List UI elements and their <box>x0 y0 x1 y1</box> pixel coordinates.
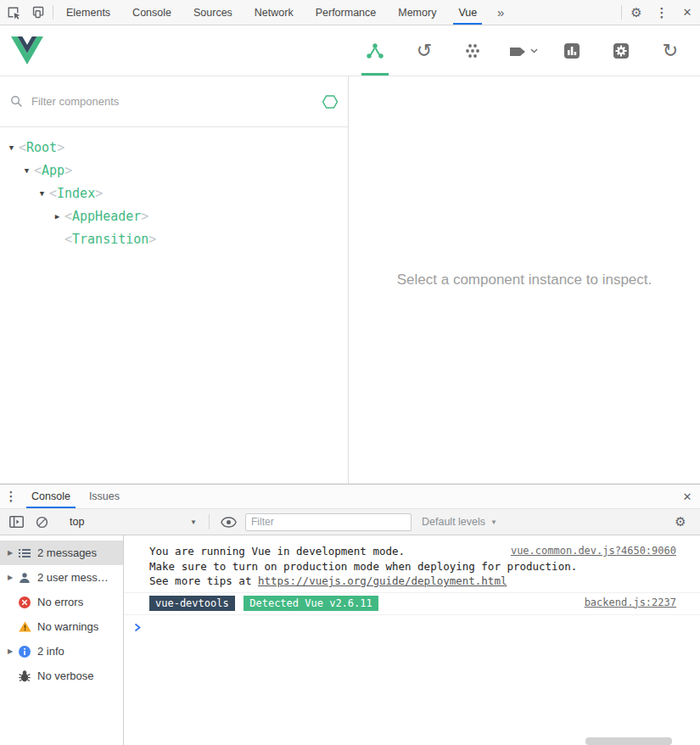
console-settings-gear-icon[interactable]: ⚙ <box>668 514 693 529</box>
vue-toolbar-tabs: ↺ <box>350 25 695 76</box>
component-name: Root <box>26 140 57 155</box>
component-tree-pane: ▼ Root ▼ App ▼ Index ▶ AppHeader ▶ Tra <box>0 76 349 484</box>
vue-logo-glyph <box>11 36 43 64</box>
log-levels-dropdown[interactable]: Default levels ▼ <box>418 516 501 528</box>
vuex-icon[interactable] <box>449 25 498 76</box>
tab-label: Issues <box>89 490 120 502</box>
filter-components-input[interactable] <box>31 95 322 108</box>
console-sidebar-item-warnings[interactable]: ▶ No warnings <box>0 614 123 639</box>
tab-elements[interactable]: Elements <box>55 0 121 25</box>
console-sidebar-item-messages[interactable]: ▶ 2 messages <box>0 541 123 565</box>
component-inspector-pane: Select a component instance to inspect. <box>349 76 700 484</box>
tab-performance[interactable]: Performance <box>305 0 388 25</box>
component-tag: Root <box>19 140 64 155</box>
horizontal-scrollbar-thumb[interactable] <box>585 737 672 745</box>
inspect-element-glyph <box>6 5 20 20</box>
sidebar-item-label: 2 messages <box>37 546 97 559</box>
message-source-link[interactable]: backend.js:2237 <box>585 597 676 608</box>
search-icon <box>10 95 23 108</box>
chevron-right-icon[interactable]: ▶ <box>4 549 16 557</box>
console-drawer: ⋮ Console Issues ✕ top <box>0 484 700 745</box>
console-sidebar-item-errors[interactable]: ▶ No errors <box>0 590 123 614</box>
console-sidebar-item-info[interactable]: ▶ 2 info <box>0 639 123 664</box>
console-sidebar-item-user-messages[interactable]: ▶ 2 user mess… <box>0 565 123 590</box>
message-line: See more tips at https://vuejs.org/guide… <box>149 574 676 589</box>
tab-drawer-issues[interactable]: Issues <box>80 485 129 508</box>
vue-devtools-toolbar: ↺ <box>0 25 700 76</box>
console-filter-input[interactable] <box>245 513 412 531</box>
console-message-dev-mode: vue.common.dev.js?4650:9060 You are runn… <box>124 541 700 593</box>
settings-gear-icon[interactable]: ⚙ <box>624 0 649 25</box>
performance-icon[interactable] <box>547 25 596 76</box>
sidebar-item-label: 2 user mess… <box>37 571 109 584</box>
sidebar-item-label: No warnings <box>37 620 98 633</box>
collapse-arrow-icon[interactable]: ▶ <box>50 212 64 221</box>
tab-console[interactable]: Console <box>121 0 182 25</box>
component-tag: Index <box>49 186 103 201</box>
tree-node-root[interactable]: ▼ Root <box>0 136 348 159</box>
console-message-vue-detected: backend.js:2237 vue-devtools Detected Vu… <box>124 593 700 615</box>
tab-label: Performance <box>316 7 377 19</box>
vuex-glyph <box>464 42 483 59</box>
context-label: top <box>70 516 84 528</box>
drawer-menu-icon[interactable]: ⋮ <box>0 485 22 508</box>
tree-node-app[interactable]: ▼ App <box>0 159 348 182</box>
tabbar-spacer <box>513 0 619 25</box>
console-body: ▶ 2 messages ▶ 2 user mess… ▶ <box>0 535 700 745</box>
refresh-icon[interactable]: ↻ <box>646 25 695 76</box>
select-component-icon[interactable] <box>322 94 338 109</box>
components-glyph <box>366 42 384 59</box>
console-toolbar: top ▼ Default levels ▼ ⚙ <box>0 509 700 535</box>
tab-sources[interactable]: Sources <box>182 0 244 25</box>
chevron-right-icon[interactable]: ▶ <box>4 574 16 581</box>
close-drawer-icon[interactable]: ✕ <box>675 485 700 508</box>
expand-arrow-icon[interactable]: ▼ <box>35 189 49 198</box>
toggle-device-toolbar-icon[interactable] <box>25 0 51 25</box>
expand-arrow-icon[interactable]: ▼ <box>4 143 19 152</box>
component-tag: Transition <box>64 232 156 247</box>
tree-node-transition[interactable]: ▶ Transition <box>0 227 348 250</box>
inspect-element-icon[interactable] <box>0 0 25 25</box>
sidebar-item-label: No verbose <box>37 669 93 682</box>
divider <box>621 5 622 20</box>
more-tabs-icon[interactable]: » <box>488 0 513 25</box>
deployment-guide-link[interactable]: https://vuejs.org/guide/deployment.html <box>258 574 507 587</box>
vue-settings-icon[interactable] <box>596 25 646 76</box>
tab-vue[interactable]: Vue <box>447 0 488 25</box>
tab-drawer-console[interactable]: Console <box>22 485 80 508</box>
javascript-context-selector[interactable]: top ▼ <box>66 516 200 528</box>
vue-logo <box>11 36 43 64</box>
component-inspector-empty-state: Select a component instance to inspect. <box>397 272 652 288</box>
tree-node-appheader[interactable]: ▶ AppHeader <box>0 204 348 227</box>
message-source-link[interactable]: vue.common.dev.js?4650:9060 <box>511 545 676 557</box>
sidebar-toggle-glyph <box>9 516 24 528</box>
kebab-menu-icon[interactable]: ⋮ <box>649 0 675 25</box>
create-live-expression-icon[interactable] <box>218 517 238 528</box>
message-text: You are running Vue in development mode. <box>149 545 405 557</box>
console-sidebar-item-verbose[interactable]: ▶ No verbose <box>0 664 123 688</box>
device-toolbar-glyph <box>31 5 46 20</box>
clear-console-icon[interactable] <box>32 516 51 529</box>
console-prompt[interactable] <box>124 615 700 636</box>
component-tree: ▼ Root ▼ App ▼ Index ▶ AppHeader ▶ Tra <box>0 127 348 250</box>
chevron-down-icon <box>530 48 538 53</box>
component-tag: AppHeader <box>64 209 148 224</box>
user-icon <box>16 572 33 584</box>
close-devtools-icon[interactable]: ✕ <box>675 0 700 25</box>
component-name: Transition <box>72 232 148 247</box>
chevron-right-icon[interactable]: ▶ <box>4 647 16 655</box>
tab-label: Console <box>31 490 70 502</box>
tab-memory[interactable]: Memory <box>387 0 447 25</box>
console-sidebar-toggle-icon[interactable] <box>7 516 25 528</box>
tree-node-index[interactable]: ▼ Index <box>0 182 348 204</box>
events-history-icon[interactable]: ↺ <box>400 25 449 76</box>
tab-network[interactable]: Network <box>244 0 305 25</box>
chevron-down-icon: ▼ <box>490 518 497 526</box>
eye-glyph <box>221 517 237 528</box>
expand-arrow-icon[interactable]: ▼ <box>20 166 34 175</box>
components-tab-icon[interactable] <box>350 25 400 76</box>
vue-panel-body: ▼ Root ▼ App ▼ Index ▶ AppHeader ▶ Tra <box>0 76 700 484</box>
devtools-tabbar: Elements Console Sources Network Perform… <box>0 0 700 25</box>
tab-label: Sources <box>193 7 232 19</box>
router-icon[interactable] <box>498 25 547 76</box>
